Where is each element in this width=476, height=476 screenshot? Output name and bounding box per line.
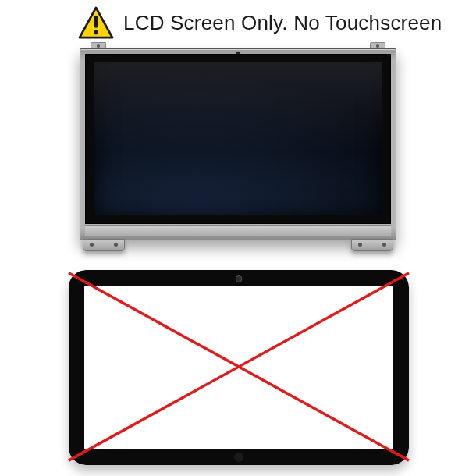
svg-point-2	[94, 30, 98, 35]
mount-bracket-icon	[351, 239, 393, 251]
svg-rect-1	[94, 16, 98, 27]
header-row: LCD Screen Only. No Touchscreen	[0, 6, 476, 39]
home-button-icon	[234, 453, 243, 462]
notice-title: LCD Screen Only. No Touchscreen	[123, 11, 442, 35]
front-camera-icon	[236, 275, 243, 282]
mount-bracket-icon	[83, 239, 125, 251]
product-notice-image: LCD Screen Only. No Touchscreen	[0, 0, 476, 476]
warning-icon	[78, 6, 114, 39]
touchscreen-illustration	[62, 265, 415, 467]
lcd-panel-illustration	[80, 47, 396, 248]
